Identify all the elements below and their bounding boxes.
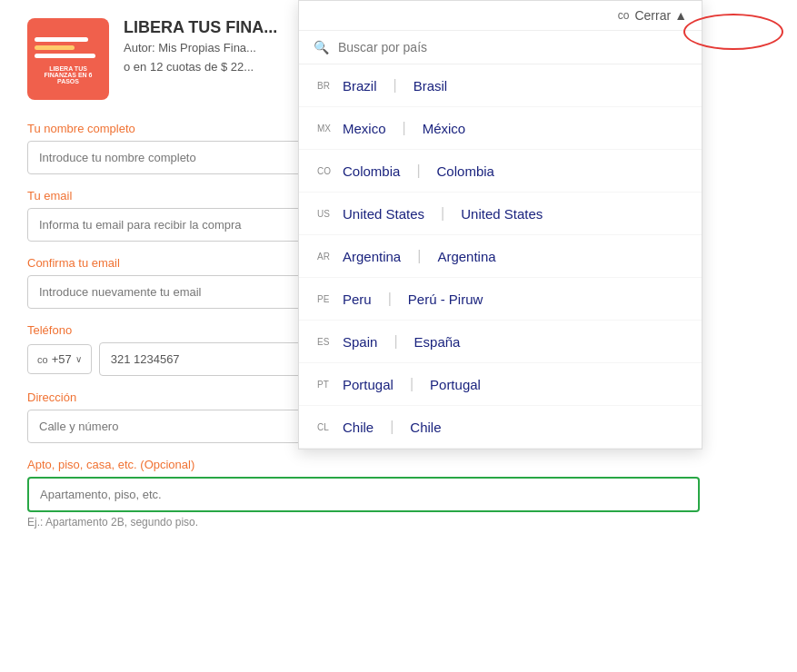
country-name-local: Portugal — [430, 377, 481, 392]
country-dropdown: co Cerrar ▲ 🔍 br Brazil | Brasil mx Mexi… — [298, 0, 702, 450]
country-code-badge: co — [317, 166, 334, 176]
country-separator: | — [416, 163, 420, 179]
country-item[interactable]: pt Portugal | Portugal — [299, 363, 702, 406]
country-code-badge: pe — [317, 294, 334, 304]
apto-label: Apto, piso, casa, etc. (Opcional) — [27, 458, 700, 471]
phone-dial-code: +57 — [52, 352, 72, 366]
country-name-en: Peru — [343, 292, 372, 307]
thumb-line-3 — [35, 54, 95, 58]
country-code-badge: pt — [317, 380, 334, 390]
dropdown-close-bar: co Cerrar ▲ — [299, 1, 702, 31]
country-code-display: co — [37, 354, 48, 365]
country-item[interactable]: co Colombia | Colombia — [299, 150, 702, 193]
close-label: Cerrar — [634, 8, 671, 23]
country-name-en: Colombia — [343, 163, 400, 179]
country-separator: | — [394, 333, 397, 350]
country-name-local: Perú - Piruw — [408, 292, 483, 307]
country-item[interactable]: es Spain | España — [299, 321, 702, 363]
dropdown-current-code: co — [618, 9, 630, 22]
phone-country-selector[interactable]: co +57 ∨ — [27, 344, 92, 374]
country-list: br Brazil | Brasil mx Mexico | México co… — [299, 64, 702, 449]
country-name-local: México — [423, 121, 466, 136]
thumbnail-graphic — [35, 34, 102, 62]
apto-optional-text: (Opcional) — [140, 458, 194, 471]
dropdown-search-wrap: 🔍 — [299, 31, 702, 64]
country-code-badge: mx — [317, 124, 334, 133]
country-separator: | — [441, 205, 444, 222]
country-item[interactable]: mx Mexico | México — [299, 107, 702, 150]
country-separator: | — [394, 77, 397, 94]
country-item[interactable]: ar Argentina | Argentina — [299, 235, 702, 278]
country-code-badge: ar — [317, 252, 334, 262]
apto-label-text: Apto, piso, casa, etc. — [27, 458, 137, 471]
thumb-line-2 — [35, 45, 75, 50]
chevron-down-icon: ∨ — [75, 354, 82, 364]
country-name-en: Mexico — [343, 121, 386, 136]
chevron-up-icon: ▲ — [674, 8, 687, 23]
thumb-line-1 — [35, 37, 88, 42]
apto-input[interactable] — [27, 477, 700, 512]
country-item[interactable]: cl Chile | Chile — [299, 406, 702, 449]
country-name-local: Argentina — [437, 249, 495, 264]
country-name-en: Brazil — [343, 78, 377, 94]
country-name-en: Argentina — [343, 249, 401, 264]
country-code-badge: us — [317, 209, 334, 219]
apto-hint: Ej.: Apartamento 2B, segundo piso. — [27, 516, 700, 529]
country-code-badge: cl — [317, 422, 334, 432]
country-code-badge: br — [317, 81, 334, 91]
form-group-apto: Apto, piso, casa, etc. (Opcional) Ej.: A… — [27, 458, 700, 529]
thumbnail-label: LIBERA TUS FINANZAS EN 6 PASOS — [35, 65, 102, 84]
country-name-en: Spain — [343, 334, 377, 350]
country-name-local: United States — [461, 206, 543, 222]
country-item[interactable]: br Brazil | Brasil — [299, 64, 702, 107]
country-search-input[interactable] — [338, 40, 687, 54]
country-code-badge: es — [317, 337, 334, 347]
country-name-en: United States — [343, 206, 424, 222]
search-icon: 🔍 — [314, 40, 329, 54]
country-separator: | — [417, 248, 421, 264]
country-separator: | — [390, 419, 394, 435]
country-name-en: Chile — [343, 420, 374, 435]
country-separator: | — [403, 120, 406, 136]
country-name-local: España — [414, 334, 461, 350]
country-separator: | — [410, 376, 413, 392]
country-name-local: Brasil — [413, 78, 448, 94]
close-dropdown-button[interactable]: Cerrar ▲ — [634, 8, 687, 23]
country-name-local: Chile — [410, 420, 441, 435]
country-name-en: Portugal — [343, 377, 394, 392]
country-item[interactable]: us United States | United States — [299, 193, 702, 235]
country-name-local: Colombia — [437, 163, 494, 179]
product-thumbnail: LIBERA TUS FINANZAS EN 6 PASOS — [27, 18, 109, 100]
country-separator: | — [388, 291, 392, 307]
country-item[interactable]: pe Peru | Perú - Piruw — [299, 278, 702, 321]
